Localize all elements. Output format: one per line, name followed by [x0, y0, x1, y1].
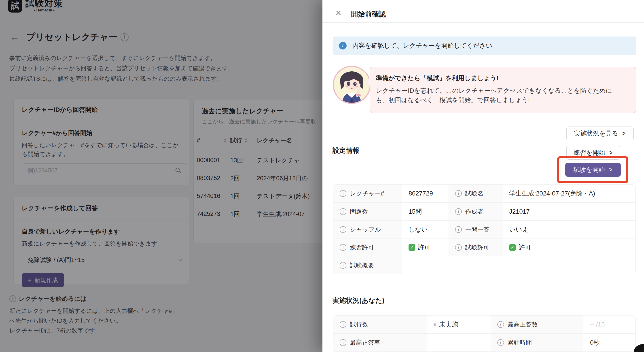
settings-row: i練習許可 ✓許可 i試験許可 ✓許可 [334, 238, 636, 256]
status-value: 0秒 [583, 334, 636, 351]
setting-value: 学生生成:2024-07-27(免除・A) [502, 185, 636, 203]
status-heading: 実施状況(あなた) [332, 296, 384, 305]
setting-value: 許可 [418, 243, 430, 252]
info-icon[interactable]: i [497, 339, 504, 346]
close-icon[interactable]: × [336, 8, 342, 18]
status-value-suffix: /15 [596, 321, 605, 328]
divider [322, 22, 644, 23]
info-icon[interactable]: i [340, 190, 346, 197]
info-icon[interactable]: i [340, 321, 346, 328]
mascot-speech-bubble: 準備ができたら「模試」を利用しましょう! レクチャーIDを忘れて、このレクチャー… [370, 67, 636, 113]
speech-bubble-line: も、初回はなるべく「模試を開始」で回答しましょう! [376, 95, 629, 105]
setting-value: 8627729 [402, 185, 448, 203]
settings-row: iシャッフル しない i一問一答 いいえ [334, 220, 636, 238]
chevron-right-icon: > [609, 149, 612, 156]
speech-bubble-title: 準備ができたら「模試」を利用しましょう! [376, 74, 629, 82]
status-label: 累計時間 [508, 338, 532, 347]
setting-value: しない [402, 221, 448, 238]
highlight-annotation-box [557, 156, 628, 183]
start-practice-label: 練習を開始 [574, 148, 605, 157]
status-row: i試行数 未実施 i最高正答数 --/15 [334, 315, 636, 333]
chevron-right-icon: > [622, 130, 626, 137]
setting-label: 一問一答 [465, 226, 490, 234]
status-value: 未実施 [439, 320, 458, 329]
status-row: i最高正答率 -- i累計時間 0秒 [334, 333, 636, 351]
mascot-avatar [333, 66, 371, 104]
check-icon: ✓ [408, 244, 415, 251]
info-icon[interactable]: i [455, 226, 462, 233]
setting-value [402, 256, 636, 274]
settings-row: i問題数 15問 i作成者 J21017 [334, 203, 636, 220]
pre-start-modal: × 開始前確認 i 内容を確認して、レクチャーを開始してください。 [322, 0, 644, 352]
setting-value: 15問 [402, 203, 448, 220]
info-banner: i 内容を確認して、レクチャーを開始してください。 [333, 37, 636, 55]
status-label: 最高正答率 [350, 338, 380, 347]
setting-label: 試験許可 [465, 243, 490, 251]
status-table: i試行数 未実施 i最高正答数 --/15 i最高正答率 -- i累計時間 0秒 [333, 315, 636, 352]
info-icon[interactable]: i [340, 244, 346, 251]
info-icon[interactable]: i [455, 190, 462, 197]
status-label: 最高正答数 [508, 320, 538, 328]
settings-heading: 設定情報 [332, 146, 359, 155]
setting-label: シャッフル [350, 226, 381, 234]
status-dot-icon [434, 323, 436, 326]
setting-value: J21017 [502, 203, 636, 220]
info-banner-text: 内容を確認して、レクチャーを開始してください。 [352, 41, 498, 50]
info-icon[interactable]: i [340, 339, 346, 346]
info-icon[interactable]: i [497, 321, 504, 328]
info-icon[interactable]: i [455, 244, 462, 251]
setting-value: いいえ [502, 221, 636, 238]
view-status-button[interactable]: 実施状況を見る > [566, 126, 634, 140]
settings-row: iレクチャー# 8627729 i試験名 学生生成:2024-07-27(免除・… [334, 185, 636, 203]
mascot-illustration [334, 67, 370, 103]
info-icon[interactable]: i [455, 208, 462, 215]
settings-row: i試験概要 [334, 256, 636, 274]
info-icon[interactable]: i [340, 226, 346, 233]
speech-bubble-line: レクチャーIDを忘れて、このレクチャーへアクセスできなくなることを防ぐために [376, 86, 629, 95]
modal-backdrop[interactable] [0, 0, 322, 352]
setting-label: 試験名 [465, 190, 484, 198]
setting-label: 問題数 [350, 208, 368, 216]
view-status-label: 実施状況を見る [574, 129, 618, 138]
info-icon[interactable]: i [340, 262, 346, 269]
setting-value: 許可 [518, 243, 531, 252]
check-icon: ✓ [509, 244, 516, 251]
status-value: -- [590, 321, 594, 328]
screen: 試 試験対策 - Hamachi - ← プリセットレクチャー i 事前に定義済… [0, 0, 644, 352]
info-circle-icon: i [339, 42, 346, 50]
status-label: 試行数 [350, 320, 368, 328]
setting-label: 試験概要 [350, 261, 374, 269]
setting-label: レクチャー# [350, 190, 384, 198]
settings-table: iレクチャー# 8627729 i試験名 学生生成:2024-07-27(免除・… [333, 184, 636, 274]
info-icon[interactable]: i [340, 208, 346, 215]
modal-title: 開始前確認 [351, 10, 386, 19]
status-value: -- [427, 334, 491, 351]
setting-label: 練習許可 [350, 243, 374, 251]
setting-label: 作成者 [465, 208, 484, 216]
